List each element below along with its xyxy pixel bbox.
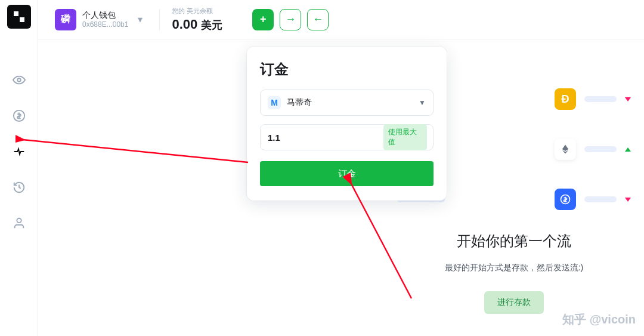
network-label: 马蒂奇 — [287, 97, 419, 108]
nav-money[interactable] — [0, 98, 38, 134]
eye-icon — [13, 73, 26, 87]
wallet-name: 个人钱包 — [82, 10, 128, 20]
network-select[interactable]: M 马蒂奇 ▼ — [260, 90, 434, 116]
usdc-icon — [555, 189, 576, 210]
balance-value: 0.00 — [172, 17, 197, 32]
plus-icon: + — [260, 13, 267, 26]
divider — [159, 9, 160, 30]
nav-overview[interactable] — [0, 62, 38, 98]
app-logo[interactable] — [7, 5, 31, 29]
svg-point-2 — [17, 218, 21, 223]
asset-value-placeholder — [584, 96, 617, 102]
nav-history[interactable] — [0, 169, 38, 205]
history-icon — [13, 181, 26, 194]
cta-deposit-button[interactable]: 进行存款 — [484, 291, 544, 314]
asset-value-placeholder — [584, 146, 617, 152]
network-icon: M — [268, 96, 281, 109]
chevron-down-icon: ▾ — [138, 14, 143, 25]
wallet-avatar: 磷 — [55, 9, 76, 30]
arrow-left-icon: ← — [312, 13, 323, 26]
balance-block: 您的 美元余额 0.00 美元 — [172, 7, 222, 32]
balance-label: 您的 美元余额 — [172, 7, 222, 16]
cta-subtitle: 最好的开始方式是存款，然后发送流:) — [397, 263, 631, 273]
stream-icon — [13, 145, 26, 158]
nav-profile[interactable] — [0, 205, 38, 241]
amount-row: 使用最大值 — [260, 124, 434, 150]
svg-line-4 — [23, 140, 248, 162]
onboarding-cta: 开始你的第一个流 最好的开始方式是存款，然后发送流:) 进行存款 — [397, 232, 631, 314]
arrow-right-icon: → — [285, 13, 296, 26]
sidebar — [0, 0, 38, 336]
chevron-down-icon: ▼ — [419, 98, 426, 107]
send-button[interactable]: → — [280, 9, 301, 30]
chevron-up-icon — [625, 147, 631, 152]
dollar-circle-icon — [13, 109, 26, 122]
user-icon — [13, 217, 26, 230]
topbar: 磷 个人钱包 0x688E...00b1 ▾ 您的 美元余额 0.00 美元 +… — [38, 0, 644, 39]
watermark: 知乎 @vicoin — [562, 312, 636, 328]
amount-input[interactable] — [268, 132, 383, 143]
annotation-arrow — [16, 125, 254, 167]
dai-icon: Ð — [555, 88, 576, 110]
svg-point-0 — [17, 78, 21, 82]
balance-unit: 美元 — [201, 18, 222, 32]
cta-title: 开始你的第一个流 — [397, 232, 631, 251]
modal-title: 订金 — [260, 60, 434, 79]
wallet-address: 0x688E...00b1 — [82, 20, 128, 29]
nav-streams[interactable] — [0, 134, 38, 169]
wallet-selector[interactable]: 磷 个人钱包 0x688E...00b1 ▾ — [50, 7, 147, 33]
add-button[interactable]: + — [252, 9, 274, 30]
deposit-modal: 订金 M 马蒂奇 ▼ 使用最大值 订金 — [247, 47, 447, 201]
chevron-down-icon — [625, 97, 631, 101]
receive-button[interactable]: ← — [307, 9, 329, 30]
use-max-button[interactable]: 使用最大值 — [383, 124, 427, 150]
asset-value-placeholder — [584, 196, 617, 202]
eth-icon — [555, 138, 576, 160]
deposit-submit-button[interactable]: 订金 — [260, 161, 434, 186]
chevron-down-icon — [625, 198, 631, 202]
